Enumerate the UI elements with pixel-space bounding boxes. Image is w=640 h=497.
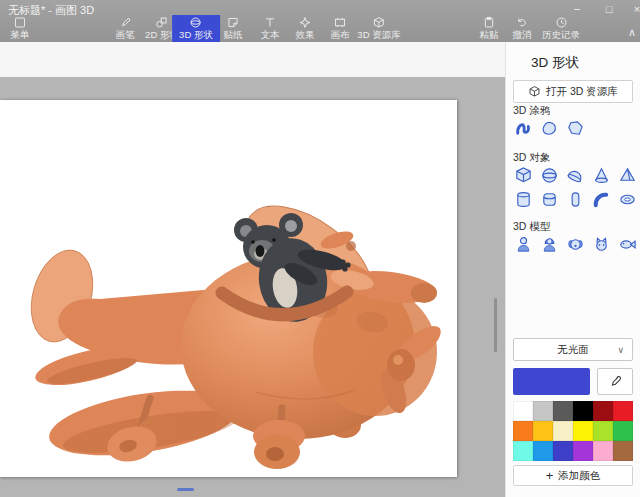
palette-color[interactable]	[513, 421, 533, 441]
ribbon: 选择 裁剪 神奇选择 3D 视图 − + 125% ···	[0, 42, 505, 77]
palette-color[interactable]	[513, 401, 533, 421]
paste-button[interactable]: 粘贴	[480, 16, 499, 42]
tab-stickers[interactable]: 贴纸	[224, 16, 243, 42]
palette-color[interactable]	[533, 421, 553, 441]
surface-finish-dropdown[interactable]: 无光面 ∨	[513, 338, 633, 361]
cylinder-icon[interactable]	[513, 189, 533, 209]
tab-effects[interactable]: 效果	[296, 16, 315, 42]
section-3d-objects: 3D 对象	[513, 151, 550, 165]
sphere-icon[interactable]	[539, 165, 559, 185]
history-button[interactable]: 历史记录	[542, 16, 580, 42]
history-icon	[555, 16, 568, 29]
text-icon	[264, 16, 277, 29]
palette-color[interactable]	[573, 401, 593, 421]
torus-icon[interactable]	[617, 189, 637, 209]
palette-color[interactable]	[593, 401, 613, 421]
palette-color[interactable]	[553, 421, 573, 441]
undo-icon	[516, 16, 529, 29]
palette-color[interactable]	[573, 441, 593, 461]
menu-button[interactable]: 菜单	[11, 16, 30, 42]
maximize-button[interactable]: □	[598, 1, 620, 17]
soft-edge-doodle-icon[interactable]	[539, 118, 559, 138]
hemisphere-icon[interactable]	[565, 165, 585, 185]
objects-icons-row1	[513, 165, 637, 185]
section-3d-models: 3D 模型	[513, 220, 550, 234]
palette-color[interactable]	[593, 441, 613, 461]
models-icons-row	[513, 234, 637, 254]
rounded-cylinder-icon[interactable]	[539, 189, 559, 209]
doodle-icons-row	[513, 118, 585, 138]
section-3d-doodle: 3D 涂鸦	[513, 104, 550, 118]
fish-icon[interactable]	[617, 234, 637, 254]
cone-icon[interactable]	[591, 165, 611, 185]
3d-shapes-icon	[189, 15, 202, 29]
tab-3d-library[interactable]: 3D 资源库	[357, 16, 400, 42]
workspace	[0, 77, 505, 497]
tab-canvas[interactable]: 画布	[331, 16, 350, 42]
3d-library-icon	[528, 85, 541, 98]
paint3d-window: 无标题* - 画图 3D − □ × 菜单 画笔 2D 形状 3D 形状 贴纸 …	[0, 0, 640, 497]
cube-icon[interactable]	[513, 165, 533, 185]
plus-icon: +	[546, 469, 554, 482]
dog-icon[interactable]	[565, 234, 585, 254]
palette-color[interactable]	[553, 401, 573, 421]
menu-icon	[14, 16, 27, 29]
add-color-button[interactable]: + 添加颜色	[513, 465, 633, 486]
stickers-icon	[227, 16, 240, 29]
palette-color[interactable]	[513, 441, 533, 461]
3d-library-icon	[372, 16, 385, 29]
palette-color[interactable]	[533, 441, 553, 461]
canvas-3d-scene	[0, 77, 505, 497]
eyedropper-button[interactable]	[597, 368, 633, 395]
current-color-swatch[interactable]	[513, 368, 590, 395]
paste-icon	[483, 16, 496, 29]
tab-text[interactable]: 文本	[261, 16, 280, 42]
palette-color[interactable]	[533, 401, 553, 421]
airplane-model[interactable]	[21, 185, 446, 469]
3d-shapes-panel: 3D 形状 打开 3D 资源库 3D 涂鸦 3D 对象 3D 模型	[505, 42, 640, 497]
undo-button[interactable]: 撤消	[513, 16, 532, 42]
tab-brushes[interactable]: 画笔	[116, 16, 135, 42]
palette-color[interactable]	[573, 421, 593, 441]
woman-icon[interactable]	[539, 234, 559, 254]
palette-color[interactable]	[613, 441, 633, 461]
man-icon[interactable]	[513, 234, 533, 254]
2d-shapes-icon	[155, 16, 168, 29]
tube-doodle-icon[interactable]	[513, 118, 533, 138]
color-palette	[513, 401, 633, 461]
palette-color[interactable]	[613, 401, 633, 421]
cat-icon[interactable]	[591, 234, 611, 254]
canvas-icon	[334, 16, 347, 29]
curved-pipe-icon[interactable]	[591, 189, 611, 209]
eyedropper-icon	[608, 375, 622, 389]
effects-icon	[299, 16, 312, 29]
open-3d-library-button[interactable]: 打开 3D 资源库	[513, 80, 633, 103]
title-toolbar: 无标题* - 画图 3D − □ × 菜单 画笔 2D 形状 3D 形状 贴纸 …	[0, 0, 640, 42]
pyramid-icon[interactable]	[617, 165, 637, 185]
close-button[interactable]: ×	[626, 1, 640, 17]
panel-title: 3D 形状	[531, 54, 579, 72]
objects-icons-row2	[513, 189, 637, 209]
chevron-down-icon: ∨	[617, 345, 624, 355]
minimize-button[interactable]: −	[566, 1, 588, 17]
palette-color[interactable]	[593, 421, 613, 441]
palette-color[interactable]	[553, 441, 573, 461]
palette-color[interactable]	[613, 421, 633, 441]
sharp-edge-doodle-icon[interactable]	[565, 118, 585, 138]
capsule-icon[interactable]	[565, 189, 585, 209]
brush-icon	[119, 16, 132, 29]
chevron-up-icon[interactable]: ∧	[628, 26, 636, 39]
tab-3d-shapes-selected[interactable]: 3D 形状	[172, 15, 220, 42]
